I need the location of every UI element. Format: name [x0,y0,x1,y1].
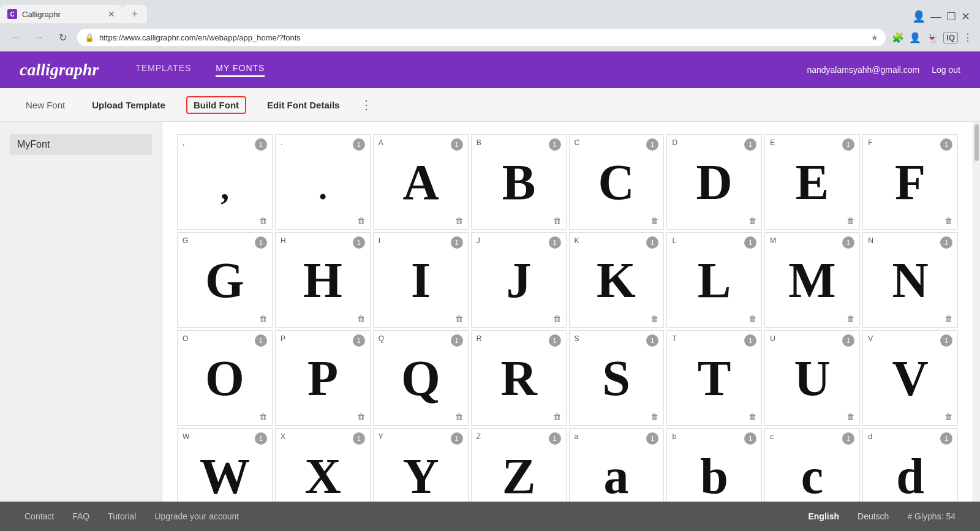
glyph-version-badge: 1 [255,236,267,249]
glyph-cell-L[interactable]: L1L🗑 [666,232,762,328]
browser-window-controls[interactable]: 👤 — ☐ ✕ [912,10,980,23]
glyph-delete-button[interactable]: 🗑 [846,216,854,225]
glyph-label: c [770,432,774,441]
glyph-cell-P[interactable]: P1P🗑 [275,330,371,426]
glyph-version-badge: 1 [549,432,561,445]
glyph-cell-b[interactable]: b1b🗑 [666,428,762,502]
glyph-delete-button[interactable]: 🗑 [357,314,365,323]
english-language-button[interactable]: English [808,511,839,521]
reload-button[interactable]: ↻ [54,29,71,46]
upgrade-link[interactable]: Upgrade your account [154,511,239,521]
new-tab-button[interactable]: + [123,5,147,23]
glyph-delete-button[interactable]: 🗑 [455,412,463,421]
active-tab[interactable]: C Calligraphr ✕ [0,5,123,23]
user-icon[interactable]: 👤 [909,32,921,43]
faq-link[interactable]: FAQ [72,511,89,521]
glyph-cell-W[interactable]: W1W🗑 [177,428,273,502]
glyph-cell-S[interactable]: S1S🗑 [569,330,665,426]
templates-nav-link[interactable]: TEMPLATES [135,63,191,77]
glyph-cell-F[interactable]: F1F🗑 [862,134,958,230]
myfonts-nav-link[interactable]: MY FONTS [216,63,265,77]
glyph-cell-K[interactable]: K1K🗑 [569,232,665,328]
minimize-button[interactable]: — [930,10,941,23]
glyph-delete-button[interactable]: 🗑 [553,412,561,421]
contact-link[interactable]: Contact [24,511,54,521]
glyph-cell-X[interactable]: X1X🗑 [275,428,371,502]
glyph-delete-button[interactable]: 🗑 [944,216,952,225]
glyph-delete-button[interactable]: 🗑 [944,314,952,323]
scrollbar[interactable] [973,122,980,502]
address-bar[interactable]: 🔒 https://www.calligraphr.com/en/webapp/… [77,29,886,46]
glyph-delete-button[interactable]: 🗑 [748,412,756,421]
close-window-button[interactable]: ✕ [961,10,970,23]
glyph-cell-J[interactable]: J1J🗑 [471,232,567,328]
glyph-cell-,[interactable]: ,1,🗑 [177,134,273,230]
glyph-delete-button[interactable]: 🗑 [553,314,561,323]
glyph-delete-button[interactable]: 🗑 [259,216,267,225]
account-icon[interactable]: 👤 [912,10,925,23]
addon-icon[interactable]: 👻 [926,32,938,43]
glyph-cell-B[interactable]: B1B🗑 [471,134,567,230]
glyph-label: a [575,432,579,441]
forward-button[interactable]: → [31,29,48,46]
glyph-cell-V[interactable]: V1V🗑 [862,330,958,426]
deutsch-language-button[interactable]: Deutsch [858,511,889,521]
tutorial-link[interactable]: Tutorial [108,511,136,521]
glyph-cell-E[interactable]: E1E🗑 [764,134,860,230]
tab-close-button[interactable]: ✕ [108,9,115,19]
maximize-button[interactable]: ☐ [946,10,956,23]
back-button[interactable]: ← [7,29,24,46]
glyph-cell-.[interactable]: .1.🗑 [275,134,371,230]
glyph-delete-button[interactable]: 🗑 [357,412,365,421]
glyph-cell-a[interactable]: a1a🗑 [569,428,665,502]
svg-text:S: S [603,350,631,406]
glyph-cell-Q[interactable]: Q1Q🗑 [373,330,469,426]
more-options-button[interactable]: ⋮ [360,97,372,112]
glyph-cell-U[interactable]: U1U🗑 [764,330,860,426]
glyph-delete-button[interactable]: 🗑 [748,314,756,323]
glyph-delete-button[interactable]: 🗑 [650,216,658,225]
new-font-button[interactable]: New Font [20,96,71,114]
edit-font-details-button[interactable]: Edit Font Details [261,96,345,114]
glyph-delete-button[interactable]: 🗑 [650,314,658,323]
url-text: https://www.calligraphr.com/en/webapp/ap… [99,33,301,42]
glyph-cell-M[interactable]: M1M🗑 [764,232,860,328]
iq-icon[interactable]: IQ [943,32,958,43]
glyph-delete-button[interactable]: 🗑 [455,216,463,225]
glyph-delete-button[interactable]: 🗑 [650,412,658,421]
glyph-cell-I[interactable]: I1I🗑 [373,232,469,328]
svg-text:I: I [411,252,431,308]
glyph-cell-O[interactable]: O1O🗑 [177,330,273,426]
glyph-cell-D[interactable]: D1D🗑 [666,134,762,230]
glyph-cell-c[interactable]: c1c🗑 [764,428,860,502]
extensions-icon[interactable]: 🧩 [892,32,904,43]
upload-template-button[interactable]: Upload Template [86,96,172,114]
glyph-cell-C[interactable]: C1C🗑 [569,134,665,230]
sidebar-item-myfont[interactable]: MyFont [10,134,152,155]
glyph-cell-R[interactable]: R1R🗑 [471,330,567,426]
glyph-cell-Z[interactable]: Z1Z🗑 [471,428,567,502]
logout-button[interactable]: Log out [932,65,960,75]
svg-text:W: W [200,448,250,502]
glyph-delete-button[interactable]: 🗑 [455,314,463,323]
glyph-delete-button[interactable]: 🗑 [846,314,854,323]
bookmark-icon[interactable]: ★ [871,33,878,42]
glyph-delete-button[interactable]: 🗑 [259,412,267,421]
glyph-delete-button[interactable]: 🗑 [944,412,952,421]
build-font-button[interactable]: Build Font [186,96,246,114]
glyph-cell-H[interactable]: H1H🗑 [275,232,371,328]
glyph-cell-Y[interactable]: Y1Y🗑 [373,428,469,502]
glyph-delete-button[interactable]: 🗑 [357,216,365,225]
glyph-cell-d[interactable]: d1d🗑 [862,428,958,502]
browser-menu-icon[interactable]: ⋮ [963,32,973,43]
glyph-svg: , [194,151,255,213]
glyph-delete-button[interactable]: 🗑 [259,314,267,323]
glyph-delete-button[interactable]: 🗑 [553,216,561,225]
glyph-cell-N[interactable]: N1N🗑 [862,232,958,328]
glyph-cell-G[interactable]: G1G🗑 [177,232,273,328]
glyph-delete-button[interactable]: 🗑 [748,216,756,225]
glyph-version-badge: 1 [646,432,658,445]
glyph-delete-button[interactable]: 🗑 [846,412,854,421]
glyph-cell-A[interactable]: A1A🗑 [373,134,469,230]
glyph-cell-T[interactable]: T1T🗑 [666,330,762,426]
